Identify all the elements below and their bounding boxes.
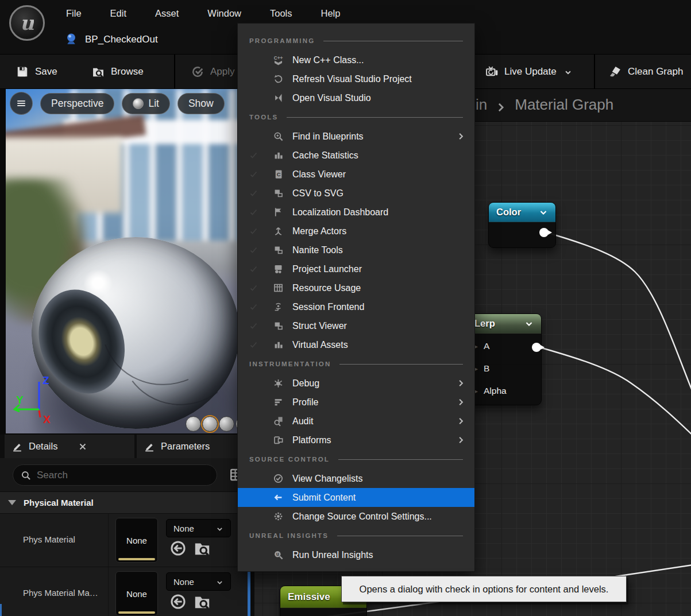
menu-item-merge-actors[interactable]: Merge Actors	[238, 222, 474, 241]
bars-icon	[273, 339, 284, 350]
menu-section-label: SOURCE CONTROL	[249, 456, 330, 463]
save-button[interactable]: Save	[16, 55, 57, 89]
menu-file[interactable]: File	[52, 3, 96, 24]
use-selected-icon[interactable]	[169, 593, 187, 610]
menu-edit[interactable]: Edit	[96, 3, 141, 24]
node-lerp[interactable]: Lerp ▸ A ▸ B ▸ Alpha	[466, 313, 542, 405]
chevron-right-icon	[457, 398, 465, 406]
platforms-icon	[273, 435, 284, 445]
clean-graph-button[interactable]: Clean Graph	[609, 55, 683, 89]
preview-shape-plane-button[interactable]	[219, 416, 234, 432]
perspective-button[interactable]: Perspective	[40, 93, 114, 114]
column-divider	[108, 567, 109, 616]
menu-item-label: CSV to SVG	[292, 188, 343, 199]
menu-item-view-changelists[interactable]: View Changelists	[238, 469, 474, 488]
browse-to-asset-icon[interactable]	[194, 593, 211, 610]
breadcrumb-current[interactable]: Material Graph	[515, 96, 613, 114]
asset-dropdown-value: None	[173, 577, 194, 587]
menu-item-struct-viewer[interactable]: Struct Viewer	[238, 316, 474, 335]
menu-item-new-c-class[interactable]: C++ New C++ Class...	[238, 51, 474, 69]
breadcrumb-trail[interactable]: in	[476, 96, 487, 114]
section-physical-material[interactable]: Physical Material	[0, 491, 248, 513]
menu-item-label: Virtual Assets	[292, 340, 348, 350]
menu-item-profile[interactable]: Profile	[238, 393, 474, 412]
check-circle-icon	[273, 473, 284, 484]
menu-item-platforms[interactable]: Platforms	[238, 431, 474, 450]
menu-item-refresh-visual-studio-project[interactable]: Refresh Visual Studio Project	[238, 69, 474, 88]
details-search-row: Search	[0, 458, 248, 491]
lit-mode-button[interactable]: Lit	[122, 93, 169, 114]
check-icon	[248, 189, 260, 198]
node-lerp-header[interactable]: Lerp	[467, 314, 541, 334]
antenna-icon	[273, 301, 284, 312]
menu-tools[interactable]: Tools	[256, 3, 307, 24]
search-input[interactable]: Search	[13, 464, 217, 486]
squares-icon	[273, 188, 284, 199]
merge-icon	[273, 226, 284, 237]
browse-button[interactable]: Browse	[92, 55, 144, 89]
doc-c-icon: C	[273, 169, 284, 180]
menu-help[interactable]: Help	[307, 3, 355, 24]
menu-item-find-in-blueprints[interactable]: Find in Blueprints	[238, 127, 474, 146]
menu-item-debug[interactable]: Debug	[238, 374, 474, 393]
3d-viewport[interactable]: Perspective Lit Show Z Y X	[6, 89, 238, 433]
menu-item-change-source-control-settings[interactable]: Change Source Control Settings...	[238, 507, 474, 526]
preview-shape-cylinder-button[interactable]	[186, 416, 201, 432]
menu-item-label: Open Visual Studio	[292, 93, 371, 103]
menu-item-cache-statistics[interactable]: Cache Statistics	[238, 146, 474, 165]
menu-item-run-unreal-insights[interactable]: u Run Unreal Insights	[238, 545, 474, 564]
node-color-header[interactable]: Color	[489, 203, 555, 222]
menu-item-virtual-assets[interactable]: Virtual Assets	[238, 335, 474, 354]
menu-item-resource-usage[interactable]: Resource Usage	[238, 278, 474, 297]
asset-thumbnail[interactable]: None	[115, 518, 158, 563]
toolbar-divider	[594, 55, 595, 89]
use-selected-icon[interactable]	[169, 540, 187, 557]
node-color[interactable]: Color	[488, 202, 556, 248]
node-color-output-pin[interactable]	[539, 228, 549, 237]
details-tab-label: Details	[29, 441, 57, 452]
node-lerp-input-a[interactable]: ▸ A	[474, 339, 489, 354]
menu-item-label: Cache Statistics	[292, 150, 358, 161]
menu-item-session-frontend[interactable]: Session Frontend	[238, 297, 474, 316]
menu-item-project-launcher[interactable]: Project Launcher	[238, 259, 474, 278]
menu-item-localization-dashboard[interactable]: Localization Dashboard	[238, 203, 474, 222]
chevron-down-icon	[564, 68, 572, 76]
asset-dropdown[interactable]: None	[166, 572, 231, 591]
lit-label: Lit	[148, 98, 159, 110]
apply-button[interactable]: Apply	[191, 55, 235, 89]
check-icon	[248, 227, 260, 236]
apply-icon	[191, 65, 204, 78]
live-update-button[interactable]: Live Update	[485, 55, 572, 89]
viewport-menu-button[interactable]	[10, 92, 33, 115]
node-color-title: Color	[496, 207, 521, 218]
menu-item-label: Find in Blueprints	[292, 131, 364, 142]
collapse-triangle-icon	[8, 500, 16, 505]
graph-focus-edge	[248, 571, 250, 616]
node-lerp-input-b[interactable]: ▸ B	[474, 361, 489, 376]
menu-item-open-visual-studio[interactable]: Open Visual Studio	[238, 88, 474, 107]
menu-item-audit[interactable]: Audit	[238, 412, 474, 431]
node-lerp-output-pin[interactable]	[532, 343, 541, 352]
show-button[interactable]: Show	[177, 93, 225, 114]
menu-item-label: Nanite Tools	[292, 245, 343, 255]
tab-details[interactable]: Details	[5, 435, 134, 458]
node-lerp-input-alpha[interactable]: ▸ Alpha	[474, 383, 507, 398]
menu-item-submit-content[interactable]: Submit Content	[238, 488, 474, 507]
main-menu-bar: File Edit Asset Window Tools Help	[52, 3, 354, 24]
menu-window[interactable]: Window	[193, 3, 256, 24]
menu-item-class-viewer[interactable]: C Class Viewer	[238, 165, 474, 184]
tab-parameters[interactable]: Parameters	[137, 435, 248, 458]
menu-section-label: UNREAL INSIGHTS	[249, 532, 329, 539]
asset-thumbnail[interactable]: None	[115, 571, 158, 616]
menu-asset[interactable]: Asset	[141, 3, 193, 24]
menu-item-csv-to-svg[interactable]: CSV to SVG	[238, 184, 474, 203]
asset-dropdown[interactable]: None	[166, 519, 231, 537]
menu-item-nanite-tools[interactable]: Nanite Tools	[238, 241, 474, 259]
profile-bars-icon	[273, 397, 284, 408]
gamepad-icon	[273, 264, 284, 274]
close-icon[interactable]	[78, 442, 87, 451]
property-label: Phys Material Ma…	[23, 588, 98, 598]
browse-to-asset-icon[interactable]	[194, 540, 211, 557]
preview-shape-sphere-button[interactable]	[202, 416, 218, 432]
property-label: Phys Material	[23, 534, 75, 544]
